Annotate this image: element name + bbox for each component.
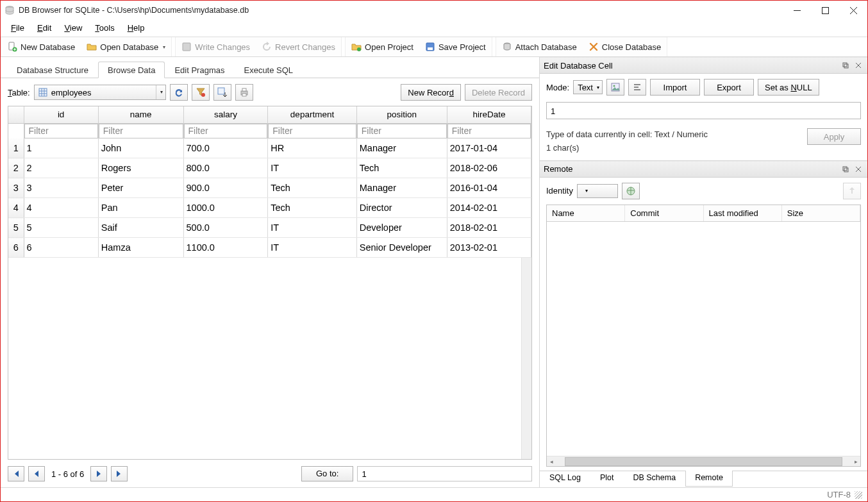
cell-position[interactable]: Developer xyxy=(356,218,447,238)
cell-hiredate[interactable]: 2018-02-06 xyxy=(447,158,531,178)
new-record-button[interactable]: New Record xyxy=(401,84,461,101)
row-number[interactable]: 4 xyxy=(8,198,24,218)
row-number[interactable]: 6 xyxy=(8,238,24,258)
cell-position[interactable]: Tech xyxy=(356,158,447,178)
menu-view[interactable]: View xyxy=(59,21,87,35)
cell-hiredate[interactable]: 2017-01-04 xyxy=(447,138,531,158)
close-button[interactable] xyxy=(839,1,867,19)
cell-id[interactable]: 4 xyxy=(24,198,98,218)
clear-filters-button[interactable] xyxy=(192,84,210,101)
cell-name[interactable]: Rogers xyxy=(98,158,183,178)
tab-browse-data[interactable]: Browse Data xyxy=(98,62,165,78)
cell-department[interactable]: IT xyxy=(268,238,357,258)
goto-input[interactable] xyxy=(357,466,532,481)
close-panel-icon[interactable] xyxy=(853,60,864,71)
import-button[interactable]: Import xyxy=(650,79,700,96)
cell-hiredate[interactable]: 2014-02-01 xyxy=(447,198,531,218)
menu-help[interactable]: Help xyxy=(122,21,150,35)
cell-name[interactable]: John xyxy=(98,138,183,158)
tab-edit-pragmas[interactable]: Edit Pragmas xyxy=(165,62,234,78)
remote-col-name[interactable]: Name xyxy=(547,205,625,221)
tab-database-structure[interactable]: Database Structure xyxy=(7,62,98,78)
new-database-button[interactable]: New Database xyxy=(1,38,81,56)
dropdown-arrow-icon[interactable]: ▾ xyxy=(163,44,165,50)
cell-salary[interactable]: 900.0 xyxy=(183,178,268,198)
vertical-scrollbar[interactable] xyxy=(521,258,531,459)
remote-col-modified[interactable]: Last modified xyxy=(704,205,782,221)
export-button[interactable]: Export xyxy=(704,79,754,96)
remote-table[interactable]: Name Commit Last modified Size ◂▸ xyxy=(546,205,861,467)
tab-plot[interactable]: Plot xyxy=(590,471,624,487)
col-id[interactable]: id xyxy=(24,106,98,123)
cell-department[interactable]: IT xyxy=(268,218,357,238)
cell-salary[interactable]: 1000.0 xyxy=(183,198,268,218)
prev-page-button[interactable] xyxy=(28,466,45,481)
col-name[interactable]: name xyxy=(98,106,183,123)
cell-name[interactable]: Saif xyxy=(98,218,183,238)
filter-salary[interactable] xyxy=(184,124,268,138)
data-grid[interactable]: id name salary department position hireD… xyxy=(8,106,532,460)
open-project-button[interactable]: Open Project xyxy=(346,38,419,56)
filter-hiredate[interactable] xyxy=(447,124,531,138)
undock-icon[interactable] xyxy=(840,60,851,71)
cell-department[interactable]: IT xyxy=(268,158,357,178)
attach-database-button[interactable]: Attach Database xyxy=(496,38,583,56)
tab-db-schema[interactable]: DB Schema xyxy=(623,471,685,487)
table-row[interactable]: 5 5 Saif 500.0 IT Developer 2018-02-01 xyxy=(8,218,531,238)
close-panel-icon[interactable] xyxy=(853,164,864,174)
filter-id[interactable] xyxy=(24,124,98,138)
cell-hiredate[interactable]: 2013-02-01 xyxy=(447,238,531,258)
filter-name[interactable] xyxy=(99,124,183,138)
table-row[interactable]: 6 6 Hamza 1100.0 IT Senior Developer 201… xyxy=(8,238,531,258)
remote-refresh-button[interactable] xyxy=(622,183,640,199)
undock-icon[interactable] xyxy=(840,164,851,174)
menu-file[interactable]: File xyxy=(6,21,29,35)
row-number[interactable]: 1 xyxy=(8,138,24,158)
cell-department[interactable]: Tech xyxy=(268,198,357,218)
tab-sql-log[interactable]: SQL Log xyxy=(540,471,590,487)
menu-edit[interactable]: Edit xyxy=(32,21,56,35)
menu-tools[interactable]: Tools xyxy=(90,21,119,35)
cell-value-editor[interactable]: 1 xyxy=(546,102,861,119)
edit-cell-tool1[interactable] xyxy=(606,79,624,96)
col-hiredate[interactable]: hireDate xyxy=(447,106,531,123)
resize-grip-icon[interactable] xyxy=(855,491,862,499)
edit-cell-tool2[interactable] xyxy=(628,79,646,96)
cell-hiredate[interactable]: 2018-02-01 xyxy=(447,218,531,238)
cell-salary[interactable]: 700.0 xyxy=(183,138,268,158)
filter-position[interactable] xyxy=(357,124,447,138)
cell-name[interactable]: Hamza xyxy=(98,238,183,258)
row-number[interactable]: 5 xyxy=(8,218,24,238)
refresh-button[interactable] xyxy=(170,84,188,101)
cell-department[interactable]: HR xyxy=(268,138,357,158)
save-project-button[interactable]: Save Project xyxy=(419,38,492,56)
tab-remote[interactable]: Remote xyxy=(685,471,733,487)
cell-name[interactable]: Pan xyxy=(98,198,183,218)
cell-id[interactable]: 5 xyxy=(24,218,98,238)
next-page-button[interactable] xyxy=(90,466,107,481)
cell-id[interactable]: 3 xyxy=(24,178,98,198)
remote-col-commit[interactable]: Commit xyxy=(625,205,703,221)
cell-id[interactable]: 1 xyxy=(24,138,98,158)
col-department[interactable]: department xyxy=(268,106,357,123)
cell-salary[interactable]: 1100.0 xyxy=(183,238,268,258)
table-row[interactable]: 3 3 Peter 900.0 Tech Manager 2016-01-04 xyxy=(8,178,531,198)
last-page-button[interactable] xyxy=(111,466,128,481)
row-number[interactable]: 3 xyxy=(8,178,24,198)
cell-department[interactable]: Tech xyxy=(268,178,357,198)
cell-position[interactable]: Manager xyxy=(356,138,447,158)
cell-hiredate[interactable]: 2016-01-04 xyxy=(447,178,531,198)
cell-position[interactable]: Senior Developer xyxy=(356,238,447,258)
table-row[interactable]: 2 2 Rogers 800.0 IT Tech 2018-02-06 xyxy=(8,158,531,178)
col-position[interactable]: position xyxy=(356,106,447,123)
row-number[interactable]: 2 xyxy=(8,158,24,178)
remote-horizontal-scrollbar[interactable]: ◂▸ xyxy=(547,456,860,466)
mode-select[interactable]: Text▾ xyxy=(573,80,603,94)
tab-execute-sql[interactable]: Execute SQL xyxy=(234,62,303,78)
cell-salary[interactable]: 500.0 xyxy=(183,218,268,238)
close-database-button[interactable]: Close Database xyxy=(583,38,667,56)
table-row[interactable]: 1 1 John 700.0 HR Manager 2017-01-04 xyxy=(8,138,531,158)
save-table-button[interactable] xyxy=(213,84,231,101)
cell-position[interactable]: Manager xyxy=(356,178,447,198)
cell-name[interactable]: Peter xyxy=(98,178,183,198)
